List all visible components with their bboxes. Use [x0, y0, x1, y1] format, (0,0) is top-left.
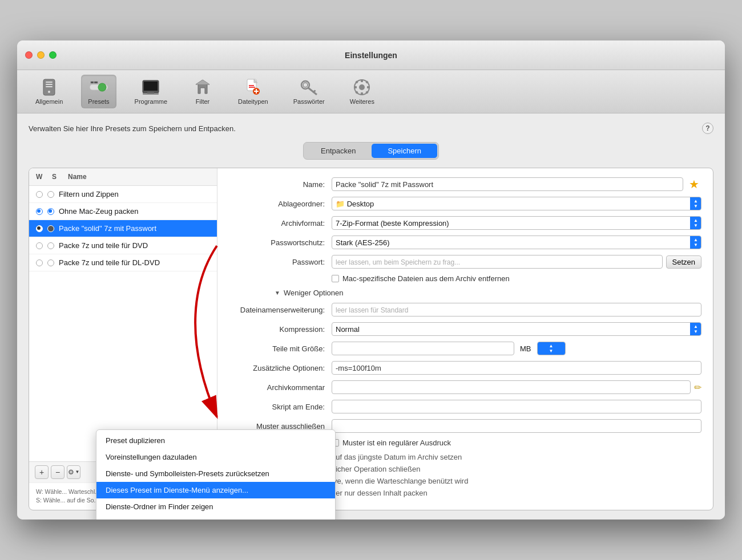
star-button[interactable]: ★ [687, 177, 701, 191]
archivkommentar-control: ✏ [332, 380, 701, 394]
toolbar-item-passwoerter[interactable]: Passwörter [287, 75, 332, 108]
toolbar-item-dateitypen[interactable]: Dateitypen [231, 75, 275, 108]
allgemein-label: Allgemein [35, 98, 63, 105]
svg-rect-29 [361, 79, 363, 82]
teile-label: Teile mit Größe: [229, 344, 332, 353]
setzen-button[interactable]: Setzen [666, 255, 701, 269]
chevron-down-icon: ▼ [75, 469, 80, 474]
radio-s-5 [47, 259, 54, 266]
name-input[interactable] [332, 177, 683, 191]
list-item[interactable]: Ohne Mac-Zeug packen [29, 203, 217, 220]
weniger-optionen-header[interactable]: ▼ Weniger Optionen [229, 289, 701, 297]
up-arrow-icon: ▲ [693, 199, 698, 204]
up-arrow-icon: ▲ [693, 324, 698, 329]
ablageordner-arrows[interactable]: ▲ ▼ [690, 197, 701, 210]
help-button[interactable]: ? [702, 123, 713, 134]
radio-s-3 [47, 225, 54, 232]
list-item[interactable]: Packe 7z und teile für DL-DVD [29, 254, 217, 271]
gear-icon: ⚙ [68, 468, 74, 476]
passwortschutz-select[interactable]: Stark (AES-256) ▲ ▼ [332, 236, 701, 249]
skript-control [332, 400, 701, 413]
dropdown-menu: Preset duplizieren Voreinstellungen dazu… [96, 429, 336, 520]
item-name-1: Filtern und Zippen [59, 190, 119, 198]
archivformat-select[interactable]: 7-Zip-Format (beste Kompression) ▲ ▼ [332, 216, 701, 230]
name-row: Name: ★ [229, 177, 701, 191]
ablageordner-select[interactable]: 📁 Desktop ▲ ▼ [332, 197, 701, 210]
archivformat-row: Archivformat: 7-Zip-Format (beste Kompre… [229, 216, 701, 230]
passwort-input[interactable] [332, 255, 663, 269]
radio-w-4 [36, 242, 43, 249]
archivformat-label: Archivformat: [229, 219, 332, 228]
edit-icon[interactable]: ✏ [694, 382, 701, 393]
tab-speichern[interactable]: Speichern [372, 144, 437, 158]
zusaetzliche-control [332, 361, 701, 375]
add-button[interactable]: + [35, 465, 49, 479]
item-name-2: Ohne Mac-Zeug packen [59, 207, 138, 216]
menu-item-reset[interactable]: Dienste- und Symbolleisten-Presets zurüc… [96, 465, 335, 482]
svg-point-4 [48, 91, 50, 93]
header-name: Name [68, 173, 210, 181]
teile-control: MB ▲ ▼ [332, 342, 701, 355]
menu-item-duplicate[interactable]: Preset duplizieren [96, 432, 335, 449]
dateiname-input[interactable] [332, 303, 701, 316]
datum-text: auf das jüngste Datum im Archiv setzen [332, 453, 462, 461]
gear-button[interactable]: ⚙ ▼ [67, 465, 80, 479]
header-w: W [36, 173, 47, 181]
archivformat-control: 7-Zip-Format (beste Kompression) ▲ ▼ [332, 216, 701, 230]
list-item[interactable]: Packe "solid" 7z mit Passwort [29, 220, 217, 237]
maximize-button[interactable] [49, 51, 57, 59]
toolbar-item-presets[interactable]: Presets [81, 75, 116, 108]
window-title: Einstellungen [345, 51, 397, 60]
muster-checkbox-label: Muster ist ein regulärer Ausdruck [342, 439, 451, 447]
muster-input[interactable] [332, 419, 701, 433]
toolbar-item-allgemein[interactable]: Allgemein [29, 75, 70, 108]
toolbar-item-programme[interactable]: Programme [128, 75, 174, 108]
down-arrow-icon: ▼ [693, 224, 698, 228]
svg-rect-3 [46, 86, 53, 87]
archivformat-arrows[interactable]: ▲ ▼ [690, 216, 701, 230]
down-arrow-icon: ▼ [693, 330, 698, 334]
dateiname-label: Dateinamenserweiterung: [229, 306, 332, 314]
description-text: Verwalten Sie hier Ihre Presets zum Spei… [29, 124, 236, 133]
inhalt-text: ner nur dessen Inhalt packen [332, 489, 428, 497]
close-button[interactable] [25, 51, 33, 59]
teile-input[interactable] [332, 342, 514, 355]
teile-unit-select[interactable]: ▲ ▼ [537, 342, 566, 355]
menu-item-show-dienste[interactable]: Dieses Preset im Dienste-Menü anzeigen..… [96, 482, 335, 498]
svg-point-24 [303, 83, 308, 87]
svg-point-6 [98, 83, 106, 91]
skript-row: Skript am Ende: [229, 400, 701, 413]
menu-item-finder[interactable]: Dienste-Ordner im Finder zeigen [96, 498, 335, 515]
toolbar-item-filter[interactable]: Filter [186, 75, 220, 108]
skript-input[interactable] [332, 400, 701, 413]
kompression-arrows[interactable]: ▲ ▼ [690, 322, 701, 336]
zusaetzliche-input[interactable] [332, 361, 701, 375]
passwoerter-icon [300, 78, 318, 96]
presets-icon [90, 78, 108, 96]
down-arrow-icon: ▼ [693, 204, 698, 209]
titlebar-buttons [25, 51, 57, 59]
zusaetzliche-label: Zusätzliche Optionen: [229, 364, 332, 372]
toolbar-item-weiteres[interactable]: Weiteres [343, 75, 381, 108]
passwortschutz-value: Stark (AES-256) [332, 238, 690, 247]
list-item[interactable]: Filtern und Zippen [29, 186, 217, 203]
header-s: S [52, 173, 63, 181]
dateiname-row: Dateinamenserweiterung: [229, 303, 701, 316]
teile-arrows[interactable]: ▲ ▼ [538, 342, 565, 355]
svg-rect-2 [46, 84, 53, 85]
tab-entpacken[interactable]: Entpacken [305, 144, 372, 158]
remove-button[interactable]: − [51, 465, 64, 479]
list-item[interactable]: Packe 7z und teile für DVD [29, 237, 217, 254]
minimize-button[interactable] [37, 51, 45, 59]
kompression-label: Kompression: [229, 325, 332, 334]
menu-item-dropzone[interactable]: Dieses Preset zu Dropzone 3 hinzufügen..… [96, 515, 335, 520]
mac-checkbox-row: Mac-spezifische Dateien aus dem Archiv e… [229, 274, 701, 283]
menu-item-load[interactable]: Voreinstellungen dazuladen [96, 449, 335, 465]
mac-checkbox[interactable] [332, 275, 339, 282]
passwortschutz-arrows[interactable]: ▲ ▼ [690, 236, 701, 249]
passwortschutz-row: Passwortschutz: Stark (AES-256) ▲ ▼ [229, 236, 701, 249]
kompression-select[interactable]: Normal ▲ ▼ [332, 322, 701, 336]
archivkommentar-input[interactable] [332, 380, 691, 394]
archivkommentar-row: Archivkommentar ✏ [229, 380, 701, 394]
passwort-row: Passwort: Setzen [229, 255, 701, 269]
